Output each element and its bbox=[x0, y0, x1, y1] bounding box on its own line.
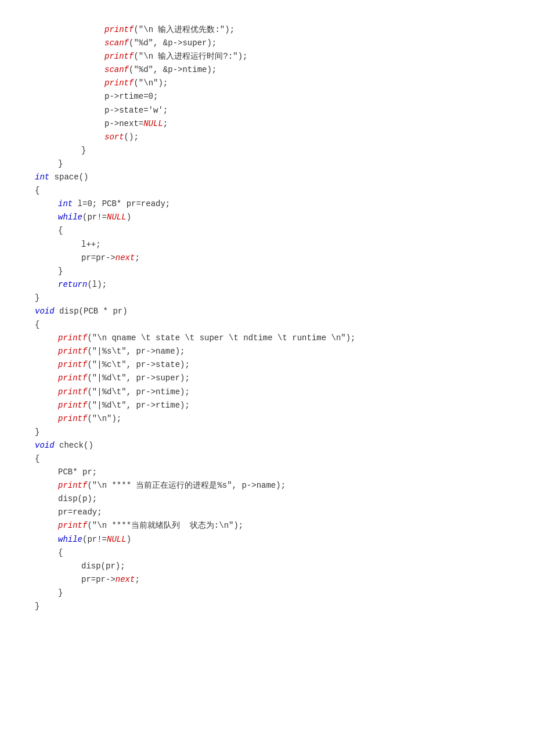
code-text: ("|%d\t", pr->rtime); bbox=[87, 401, 189, 410]
code-line: printf("\n"); bbox=[35, 77, 499, 90]
keyword: while bbox=[58, 535, 82, 544]
function-call: printf bbox=[58, 373, 87, 383]
function-call: NULL bbox=[143, 119, 163, 128]
code-line: printf("\n 输入进程运行时间?:"); bbox=[35, 50, 499, 63]
code-text: { bbox=[58, 226, 63, 235]
code-text: pr=pr-> bbox=[81, 253, 116, 262]
code-line: scanf("%d", &p->ntime); bbox=[35, 63, 499, 77]
code-line: printf("\n 输入进程优先数:"); bbox=[35, 23, 499, 37]
code-line: void disp(PCB * pr) bbox=[35, 305, 499, 318]
code-line: { bbox=[35, 452, 499, 466]
code-text: ("|%c\t", pr->state); bbox=[87, 360, 189, 369]
code-text: check() bbox=[55, 441, 93, 450]
function-call: printf bbox=[58, 333, 87, 343]
code-line: pr=pr->next; bbox=[35, 573, 499, 586]
code-line: pr=pr->next; bbox=[35, 251, 499, 265]
code-line: } bbox=[35, 157, 499, 171]
code-line: p->rtime=0; bbox=[35, 90, 499, 103]
code-line: { bbox=[35, 318, 499, 332]
code-text: ("%d", &p->super); bbox=[129, 38, 217, 48]
code-text: ("|%d\t", pr->ntime); bbox=[87, 387, 189, 397]
code-line: sort(); bbox=[35, 131, 499, 144]
code-text: ("\n **** 当前正在运行的进程是%s", p->name); bbox=[87, 481, 286, 490]
code-line: l++; bbox=[35, 238, 499, 251]
code-line: int l=0; PCB* pr=ready; bbox=[35, 197, 499, 211]
code-text: ) bbox=[127, 535, 131, 544]
code-text: ("\n"); bbox=[134, 78, 168, 88]
code-line: p->state='w'; bbox=[35, 104, 499, 117]
code-line: printf("|%s\t", pr->name); bbox=[35, 345, 499, 358]
code-text: ("|%s\t", pr->name); bbox=[87, 347, 185, 356]
code-line: disp(pr); bbox=[35, 560, 499, 573]
code-line: } bbox=[35, 600, 499, 613]
code-text: disp(PCB * pr) bbox=[55, 307, 128, 316]
code-text: } bbox=[58, 159, 63, 168]
code-text: pr=pr-> bbox=[81, 575, 116, 584]
code-text: ; bbox=[163, 119, 168, 128]
code-text: ("|%d\t", pr->super); bbox=[87, 373, 189, 383]
code-line: printf("\n"); bbox=[35, 412, 499, 426]
function-call: printf bbox=[58, 414, 87, 423]
code-text: { bbox=[58, 548, 63, 557]
function-call: printf bbox=[58, 481, 87, 490]
code-text: l++; bbox=[81, 240, 101, 249]
code-text: } bbox=[35, 293, 39, 303]
code-line: scanf("%d", &p->super); bbox=[35, 37, 499, 50]
code-line: } bbox=[35, 291, 499, 305]
code-line: } bbox=[35, 586, 499, 600]
code-text: ("%d", &p->ntime); bbox=[129, 65, 217, 74]
code-line: disp(p); bbox=[35, 492, 499, 506]
keyword: int bbox=[58, 199, 73, 208]
code-text: } bbox=[58, 588, 63, 597]
code-text: ("\n qname \t state \t super \t ndtime \… bbox=[87, 333, 355, 343]
code-text: ("\n ****当前就绪队列 状态为:\n"); bbox=[87, 521, 243, 530]
code-line: pr=ready; bbox=[35, 506, 499, 519]
keyword: while bbox=[58, 213, 82, 222]
code-line: printf("|%c\t", pr->state); bbox=[35, 358, 499, 372]
code-text: } bbox=[81, 146, 86, 155]
code-line: PCB* pr; bbox=[35, 466, 499, 479]
function-call: printf bbox=[58, 521, 87, 530]
code-line: } bbox=[35, 144, 499, 157]
code-line: printf("|%d\t", pr->ntime); bbox=[35, 386, 499, 399]
code-container: printf("\n 输入进程优先数:");scanf("%d", &p->su… bbox=[35, 23, 499, 613]
code-line: p->next=NULL; bbox=[35, 117, 499, 131]
code-text: } bbox=[35, 602, 39, 611]
function-call: printf bbox=[104, 52, 134, 61]
code-text: disp(pr); bbox=[81, 561, 125, 571]
function-call: printf bbox=[58, 401, 87, 410]
function-call: next bbox=[116, 575, 135, 584]
code-line: } bbox=[35, 426, 499, 439]
function-call: sort bbox=[104, 132, 124, 142]
keyword: return bbox=[58, 280, 87, 289]
function-call: scanf bbox=[104, 65, 129, 74]
code-text: p->state='w'; bbox=[104, 106, 168, 115]
code-text: (pr!= bbox=[82, 535, 107, 544]
function-call: NULL bbox=[107, 535, 127, 544]
function-call: printf bbox=[104, 78, 134, 88]
keyword: void bbox=[35, 307, 55, 316]
code-line: void check() bbox=[35, 439, 499, 452]
code-line: { bbox=[35, 184, 499, 197]
function-call: printf bbox=[58, 387, 87, 397]
code-text: disp(p); bbox=[58, 494, 97, 503]
code-line: } bbox=[35, 265, 499, 278]
code-text: ("\n 输入进程运行时间?:"); bbox=[134, 52, 247, 61]
code-text: l=0; PCB* pr=ready; bbox=[73, 199, 170, 208]
code-text: { bbox=[35, 186, 39, 195]
code-text: pr=ready; bbox=[58, 507, 102, 517]
code-text: ("\n"); bbox=[87, 414, 121, 423]
function-call: scanf bbox=[104, 38, 129, 48]
code-line: printf("\n qname \t state \t super \t nd… bbox=[35, 332, 499, 345]
code-text: (l); bbox=[87, 280, 107, 289]
code-line: { bbox=[35, 546, 499, 560]
code-line: while(pr!=NULL) bbox=[35, 211, 499, 224]
code-line: printf("|%d\t", pr->rtime); bbox=[35, 399, 499, 412]
code-line: return(l); bbox=[35, 278, 499, 291]
code-line: while(pr!=NULL) bbox=[35, 533, 499, 546]
code-text: space() bbox=[49, 172, 88, 182]
code-text: { bbox=[35, 454, 39, 463]
function-call: printf bbox=[58, 347, 87, 356]
function-call: NULL bbox=[107, 213, 127, 222]
code-text: ("\n 输入进程优先数:"); bbox=[134, 25, 234, 34]
